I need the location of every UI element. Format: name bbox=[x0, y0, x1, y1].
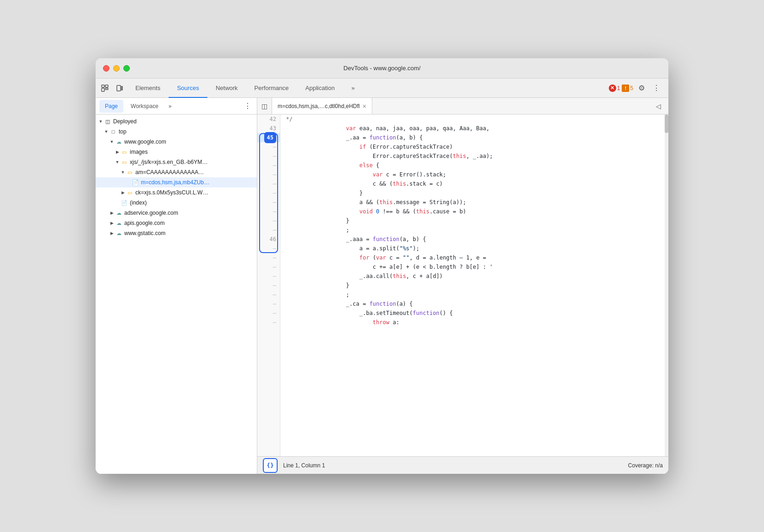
device-icon[interactable] bbox=[112, 79, 127, 97]
warn-icon: ! bbox=[622, 85, 629, 92]
svg-rect-3 bbox=[105, 88, 108, 90]
right-panel: ◫ m=cdos,hsm,jsa,…c,dtl0hd,eHDfl × ◁ 42 bbox=[257, 98, 668, 474]
cloud-icon: ☁ bbox=[115, 138, 122, 145]
minimize-button[interactable] bbox=[113, 65, 120, 72]
tab-performance[interactable]: Performance bbox=[246, 79, 297, 98]
code-area: 42 43 45 – – – – – – – – bbox=[257, 115, 668, 456]
line-number-dash: – bbox=[257, 198, 280, 207]
tree-item-deployed[interactable]: ▼ ◫ Deployed bbox=[96, 116, 257, 127]
main-toolbar: Elements Sources Network Performance App… bbox=[96, 79, 668, 98]
editor-tabs: ◫ m=cdos,hsm,jsa,…c,dtl0hd,eHDfl × ◁ bbox=[257, 98, 668, 115]
line-number-dash: – bbox=[257, 151, 280, 161]
chevron-down-icon: ▼ bbox=[114, 159, 121, 165]
tree-item-images[interactable]: ▶ ▭ images bbox=[96, 147, 257, 157]
chevron-right-icon: ▶ bbox=[109, 220, 115, 226]
tab-more[interactable]: » bbox=[343, 79, 363, 98]
format-button[interactable]: {} bbox=[263, 458, 278, 473]
tree-item-www-google[interactable]: ▼ ☁ www.google.com bbox=[96, 137, 257, 147]
line-number-dash: – bbox=[257, 281, 280, 290]
panel-more-button[interactable]: ⋮ bbox=[242, 101, 253, 112]
tree-item-mcdos[interactable]: ▶ 📄 m=cdos,hsm,jsa,mb4ZUb… bbox=[96, 177, 257, 187]
close-tab-button[interactable]: × bbox=[363, 103, 366, 110]
error-count: 1 bbox=[617, 85, 620, 91]
svg-rect-4 bbox=[117, 85, 121, 91]
tree-item-ck-folder[interactable]: ▶ ▭ ck=xjs.s.0Mx5ys3sCUI.L.W… bbox=[96, 187, 257, 198]
toolbar-right: ✕ 1 ! 5 ⚙ ⋮ bbox=[609, 79, 667, 97]
panel-tab-page[interactable]: Page bbox=[99, 100, 123, 113]
error-badge: ✕ 1 bbox=[609, 85, 620, 92]
cloud-icon: ☁ bbox=[115, 219, 122, 227]
line-number-dash: – bbox=[257, 179, 280, 188]
chevron-right-icon: ▶ bbox=[120, 189, 126, 196]
toggle-sidebar-button[interactable]: ◫ bbox=[257, 98, 272, 114]
line-number: 43 bbox=[257, 124, 280, 133]
tree-item-index[interactable]: ▶ 📄 (index) bbox=[96, 198, 257, 208]
code-line: throw a: bbox=[280, 318, 665, 327]
line-number-dash: – bbox=[257, 290, 280, 299]
code-editor[interactable]: */ var eaa, naa, jaa, oaa, paa, qaa, Aaa… bbox=[280, 115, 665, 456]
inspect-icon[interactable] bbox=[97, 79, 112, 97]
folder-icon: ▭ bbox=[121, 158, 128, 166]
panel-tabs: Page Workspace » ⋮ bbox=[96, 98, 257, 115]
tab-application[interactable]: Application bbox=[297, 79, 343, 98]
chevron-down-icon: ▼ bbox=[103, 128, 109, 135]
line-number: 46 bbox=[257, 235, 280, 244]
chevron-right-icon: ▶ bbox=[114, 149, 121, 155]
svg-rect-5 bbox=[121, 86, 122, 90]
line-number-dash: – bbox=[257, 170, 280, 179]
maximize-button[interactable] bbox=[123, 65, 130, 72]
line-number-dash: – bbox=[257, 253, 280, 262]
more-button[interactable]: ⋮ bbox=[650, 82, 663, 95]
chevron-down-icon: ▼ bbox=[120, 169, 126, 175]
line-number-dash: – bbox=[257, 225, 280, 235]
devtools-window: DevTools - www.google.com/ bbox=[96, 58, 668, 474]
line-number-dash: – bbox=[257, 262, 280, 272]
close-button[interactable] bbox=[103, 65, 109, 72]
line-number-dash: – bbox=[257, 188, 280, 198]
settings-button[interactable]: ⚙ bbox=[635, 82, 648, 95]
tree-item-gstatic[interactable]: ▶ ☁ www.gstatic.com bbox=[96, 228, 257, 238]
editor-tab-label: m=cdos,hsm,jsa,…c,dtl0hd,eHDfl bbox=[278, 103, 360, 109]
editor-actions: ◁ bbox=[652, 98, 668, 114]
warn-badge: ! 5 bbox=[622, 85, 633, 92]
line-number-dash: – bbox=[257, 299, 280, 308]
line-number-dash: – bbox=[257, 216, 280, 225]
tree-item-apis[interactable]: ▶ ☁ apis.google.com bbox=[96, 218, 257, 228]
scrollbar-vertical[interactable] bbox=[665, 115, 668, 456]
line-number: 42 bbox=[257, 115, 280, 124]
panel-tab-workspace[interactable]: Workspace bbox=[125, 100, 164, 113]
cursor-position: Line 1, Column 1 bbox=[283, 462, 628, 469]
collapse-sidebar-button[interactable]: ◁ bbox=[652, 100, 665, 113]
line-number-highlighted: 45 bbox=[257, 133, 280, 142]
panel-tab-more[interactable]: » bbox=[166, 103, 175, 109]
file-tree: ▼ ◫ Deployed ▼ □ top ▼ ☁ bbox=[96, 115, 257, 474]
editor-tab-mcdos[interactable]: m=cdos,hsm,jsa,…c,dtl0hd,eHDfl × bbox=[272, 98, 372, 114]
tree-item-adservice[interactable]: ▶ ☁ adservice.google.com bbox=[96, 208, 257, 218]
chevron-right-icon: ▶ bbox=[109, 230, 115, 236]
line-number-dash: – bbox=[257, 161, 280, 170]
svg-rect-1 bbox=[105, 85, 108, 87]
line-numbers: 42 43 45 – – – – – – – – bbox=[257, 115, 280, 456]
devtools-body: Elements Sources Network Performance App… bbox=[96, 79, 668, 474]
line-number-dash: – bbox=[257, 272, 280, 281]
folder-icon: ▭ bbox=[126, 189, 133, 196]
cloud-icon: ☁ bbox=[115, 209, 122, 217]
line-number-dash: – bbox=[257, 308, 280, 318]
tab-elements[interactable]: Elements bbox=[127, 79, 169, 98]
tree-item-am-folder[interactable]: ▼ ▭ am=CAAAAAAAAAAAAA… bbox=[96, 167, 257, 177]
line-number-dash: – bbox=[257, 244, 280, 253]
tree-item-xjs[interactable]: ▼ ▭ xjs/_/js/k=xjs.s.en_GB.-b6YM… bbox=[96, 157, 257, 167]
line-number-dash: – bbox=[257, 318, 280, 327]
tree-item-top[interactable]: ▼ □ top bbox=[96, 127, 257, 137]
scrollbar-thumb[interactable] bbox=[665, 115, 668, 133]
traffic-lights bbox=[103, 65, 130, 72]
line-number-dash: – bbox=[257, 142, 280, 151]
left-panel: Page Workspace » ⋮ ▼ ◫ Deployed bbox=[96, 98, 257, 474]
coverage-status: Coverage: n/a bbox=[628, 462, 663, 469]
error-icon: ✕ bbox=[609, 85, 616, 92]
titlebar: DevTools - www.google.com/ bbox=[96, 58, 668, 79]
file-icon: 📄 bbox=[121, 199, 128, 206]
tab-network[interactable]: Network bbox=[207, 79, 246, 98]
tab-sources[interactable]: Sources bbox=[169, 79, 207, 98]
folder-icon: ▭ bbox=[126, 169, 133, 176]
